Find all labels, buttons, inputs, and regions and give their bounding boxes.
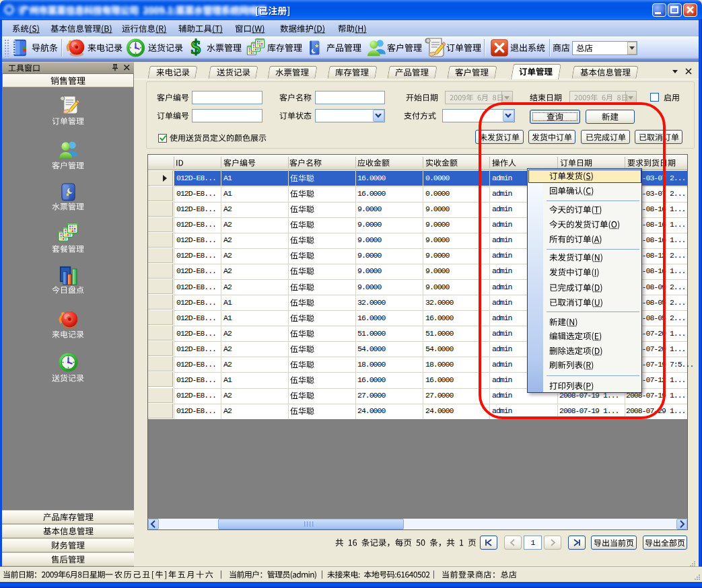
svg-text:$: $ (191, 36, 201, 58)
